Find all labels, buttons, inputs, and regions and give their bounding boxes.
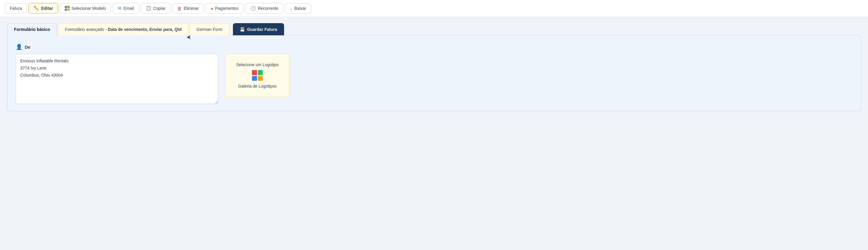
logo-grid-icon	[252, 70, 263, 81]
form-content-row: Selecione um Logotipo Galeria de Logotip…	[16, 54, 852, 105]
pagamentos-button[interactable]: ● Pagamentos	[206, 3, 244, 14]
address-textarea[interactable]	[16, 54, 218, 104]
tab-german-form[interactable]: German Form	[190, 23, 229, 35]
tab-formulario-avancado[interactable]: Formulário avançado - Data de vencimento…	[58, 23, 188, 35]
logo-box[interactable]: Selecione um Logotipo Galeria de Logotip…	[225, 54, 289, 97]
toolbar: Fatura ✏️ Editar Selecionar Modelo ✉ Ema…	[0, 0, 868, 17]
person-icon: 👤	[16, 44, 22, 50]
ms-grid-icon	[65, 6, 70, 11]
editar-button[interactable]: ✏️ Editar	[29, 3, 58, 14]
de-section-label: 👤 De	[16, 44, 852, 50]
download-icon: ↓	[290, 6, 293, 11]
logo-box-title: Selecione um Logotipo	[236, 62, 278, 67]
edit-icon: ✏️	[34, 6, 39, 11]
save-icon: 💾	[240, 27, 245, 32]
tabs-row: Formulário básico Formulário avançado - …	[7, 23, 861, 35]
email-icon: ✉	[118, 6, 122, 11]
email-button[interactable]: ✉ Email	[113, 3, 139, 14]
fatura-button[interactable]: Fatura	[5, 3, 27, 13]
logo-cell-blue	[252, 76, 257, 81]
circle-icon: ●	[211, 6, 213, 11]
form-card: 👤 De Selecione um Logotipo Galeria de Lo…	[7, 35, 861, 111]
logo-cell-green	[258, 70, 263, 75]
trash-icon: 🗑	[177, 6, 182, 11]
copiar-button[interactable]: 📋 Copiar	[141, 3, 170, 14]
clock-icon: 🕐	[250, 6, 256, 11]
copy-icon: 📋	[146, 6, 151, 11]
address-wrapper	[16, 54, 218, 105]
logo-cell-yellow	[258, 76, 263, 81]
eliminar-button[interactable]: 🗑 Eliminar	[172, 3, 204, 14]
logo-box-subtitle: Galeria de Logotipos	[238, 84, 277, 88]
main-area: Formulário básico Formulário avançado - …	[0, 17, 868, 117]
recorrente-button[interactable]: 🕐 Recorrente	[245, 3, 283, 14]
tab-formulario-basico[interactable]: Formulário básico	[7, 23, 57, 35]
logo-cell-red	[252, 70, 257, 75]
baixar-button[interactable]: ↓ Baixar	[285, 3, 311, 14]
tab-guardar-fatura[interactable]: 💾 Guardar Fatura	[233, 23, 284, 35]
selecionar-modelo-button[interactable]: Selecionar Modelo	[60, 3, 111, 13]
